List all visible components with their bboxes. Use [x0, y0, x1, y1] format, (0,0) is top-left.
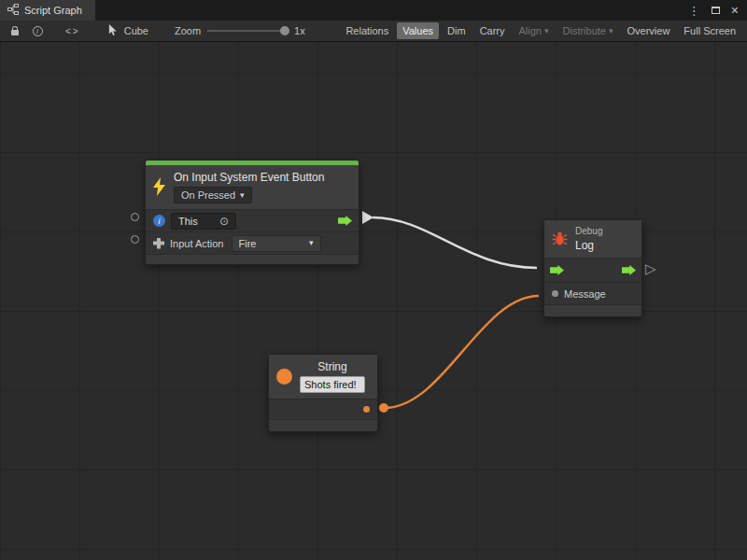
node-footer: [269, 420, 377, 431]
zoom-control: Zoom 1x: [175, 25, 305, 36]
event-action-port[interactable]: [131, 235, 139, 244]
toolbar-button-overview[interactable]: Overview: [622, 22, 676, 39]
node-title: Log: [575, 239, 602, 252]
tab-script-graph[interactable]: Script Graph: [0, 0, 95, 21]
event-self-port[interactable]: [131, 213, 139, 221]
toolbar-button-align[interactable]: Align▾: [514, 22, 555, 39]
toolbar-button-distribute[interactable]: Distribute▾: [557, 22, 619, 39]
chevron-down-icon: ▾: [544, 27, 549, 35]
window-tab-bar: Script Graph ⋮ ×: [0, 0, 747, 21]
zoom-slider[interactable]: [207, 30, 288, 32]
string-type-icon: [276, 369, 292, 385]
graph-canvas[interactable]: On Input System Event Button On Pressed …: [0, 42, 747, 560]
string-value-input[interactable]: [300, 376, 365, 393]
zoom-slider-knob[interactable]: [280, 26, 289, 35]
debug-node-header: Debug Log: [544, 220, 641, 259]
message-input-port[interactable]: [552, 290, 558, 297]
node-title: String: [317, 360, 346, 373]
node-category: Debug: [575, 226, 602, 236]
node-debug-log[interactable]: Debug Log Message: [543, 219, 642, 317]
toolbar-button-dim[interactable]: Dim: [442, 22, 472, 39]
message-row: Message: [544, 283, 641, 305]
window-menu-button[interactable]: ⋮: [688, 4, 700, 18]
maximize-button[interactable]: [712, 7, 720, 14]
bug-icon: [552, 231, 568, 248]
node-on-input-system-event-button[interactable]: On Input System Event Button On Pressed …: [145, 160, 359, 265]
node-footer: [146, 255, 359, 264]
zoom-label: Zoom: [175, 25, 201, 36]
code-view-button[interactable]: <>: [65, 26, 80, 36]
toolbar-button-carry[interactable]: Carry: [474, 22, 511, 39]
node-title: On Input System Event Button: [174, 171, 324, 184]
info-icon: i: [33, 26, 43, 36]
toolbar-button-full-screen[interactable]: Full Screen: [678, 22, 741, 39]
toolbar-button-values[interactable]: Values: [397, 22, 439, 39]
trigger-dropdown[interactable]: On Pressed ▾: [174, 187, 252, 203]
string-wire-port[interactable]: [379, 403, 388, 413]
info-icon: i: [153, 215, 165, 227]
input-action-row: Input Action Fire ▾: [146, 232, 359, 255]
flow-input-port[interactable]: [550, 265, 564, 275]
flow-continuation-icon[interactable]: ▷: [645, 261, 656, 275]
chevron-down-icon: ▾: [240, 191, 245, 200]
lock-button[interactable]: [4, 21, 26, 41]
input-action-dropdown[interactable]: Fire ▾: [232, 235, 321, 252]
string-output-port[interactable]: [363, 406, 370, 413]
info-button[interactable]: i: [26, 21, 49, 41]
chevron-down-icon: ▾: [309, 239, 314, 247]
connection-wire-flow[interactable]: [373, 217, 537, 268]
toolbar-button-relations[interactable]: Relations: [340, 22, 394, 39]
graph-context[interactable]: Cube: [108, 24, 148, 38]
lock-icon: [11, 30, 19, 35]
graph-toolbar: i <> Cube Zoom 1x Relations Values Dim C…: [0, 21, 747, 42]
node-string-literal[interactable]: String: [268, 354, 378, 432]
flow-output-port[interactable]: [622, 265, 636, 275]
tab-title: Script Graph: [24, 5, 82, 16]
chevron-down-icon: ▾: [609, 27, 613, 35]
input-action-icon: [153, 238, 164, 249]
connection-wire-message[interactable]: [385, 296, 539, 408]
lightning-icon: [153, 177, 166, 198]
flow-output-port[interactable]: [338, 216, 352, 226]
flow-row: [544, 259, 641, 283]
context-label: Cube: [124, 25, 148, 36]
zoom-value: 1x: [294, 25, 305, 36]
message-label: Message: [564, 288, 606, 300]
window-controls: ⋮ ×: [688, 0, 747, 21]
this-row: i This ⊙: [146, 210, 359, 232]
toolbar-buttons: Relations Values Dim Carry Align▾ Distri…: [340, 22, 743, 39]
event-node-header: On Input System Event Button On Pressed …: [146, 165, 359, 210]
string-output-row: [269, 399, 377, 420]
input-action-label: Input Action: [170, 238, 224, 249]
graph-icon: [7, 4, 19, 17]
string-node-header: String: [269, 355, 377, 399]
close-button[interactable]: ×: [731, 4, 739, 17]
node-footer: [544, 305, 641, 316]
this-target-field[interactable]: This ⊙: [171, 213, 236, 230]
object-picker-icon[interactable]: ⊙: [219, 216, 229, 227]
cursor-icon: [108, 24, 119, 38]
flow-wire-arrowhead-icon: [362, 211, 374, 224]
